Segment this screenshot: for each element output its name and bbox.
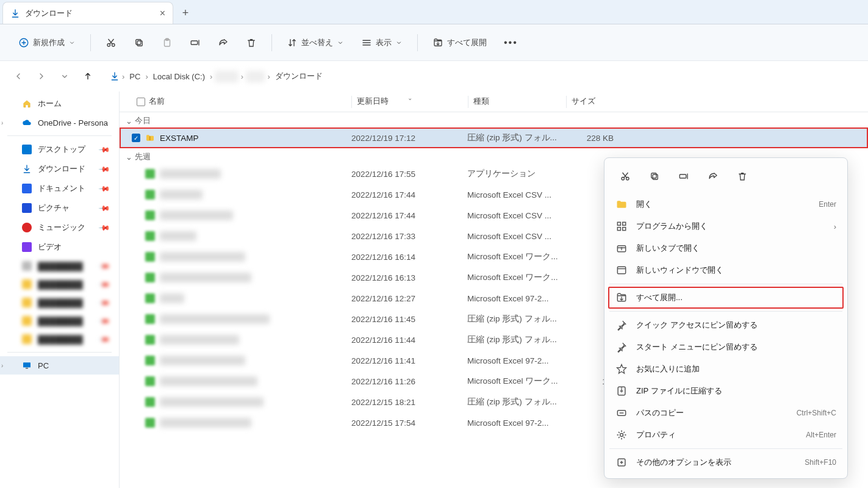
sidebar-item-redacted[interactable]: ████████📌 xyxy=(0,330,119,348)
pin-icon xyxy=(615,341,628,353)
sidebar-label: ドキュメント xyxy=(38,183,85,194)
sort-desc-icon: ⌄ xyxy=(407,95,412,101)
ctx-shortcut: Shift+F10 xyxy=(805,458,836,467)
sidebar-item-desktop[interactable]: デスクトップ📌 xyxy=(0,140,119,159)
col-size[interactable]: サイズ xyxy=(567,96,622,107)
file-row-selected[interactable]: ✓ EXSTAMP 2022/12/19 17:12 圧縮 (zip 形式) フ… xyxy=(120,127,868,148)
file-date: 2022/12/16 11:45 xyxy=(351,315,467,324)
col-date[interactable]: ⌄ 更新日時 xyxy=(352,96,468,107)
picture-icon xyxy=(22,203,32,213)
group-today[interactable]: ⌄今日 xyxy=(120,112,868,127)
ctx-open[interactable]: 開く Enter xyxy=(608,193,844,215)
file-date: 2022/12/16 16:13 xyxy=(351,273,467,282)
file-icon xyxy=(145,252,155,262)
file-date: 2022/12/16 11:41 xyxy=(351,356,467,365)
col-name[interactable]: 名前 xyxy=(132,96,351,107)
col-date-label: 更新日時 xyxy=(357,96,389,107)
pin-icon: 📌 xyxy=(98,163,111,176)
grid-icon xyxy=(615,220,628,232)
ctx-copy-path[interactable]: パスのコピー Ctrl+Shift+C xyxy=(608,402,844,424)
file-type: アプリケーション xyxy=(467,168,565,179)
sidebar-item-pc[interactable]: › PC xyxy=(0,356,119,375)
file-date: 2022/12/19 17:12 xyxy=(351,134,467,143)
file-icon xyxy=(145,418,155,428)
sidebar-item-downloads[interactable]: ダウンロード📌 xyxy=(0,159,119,179)
path-icon xyxy=(615,407,628,419)
ctx-pin-start[interactable]: スタート メニューにピン留めする xyxy=(608,336,844,358)
ctx-open-new-tab[interactable]: 新しいタブで開く xyxy=(608,237,844,259)
chevron-down-icon: ⌄ xyxy=(126,152,132,162)
pin-icon xyxy=(615,319,628,331)
sidebar-item-music[interactable]: ミュージック📌 xyxy=(0,218,119,237)
file-icon xyxy=(145,273,155,282)
file-date: 2022/12/16 17:44 xyxy=(351,211,467,220)
ctx-open-with[interactable]: プログラムから開く › xyxy=(608,215,844,237)
file-type: Microsoft Excel 97-2... xyxy=(467,294,565,303)
sidebar-item-documents[interactable]: ドキュメント📌 xyxy=(0,179,119,198)
file-type: Microsoft Excel CSV ... xyxy=(467,232,565,241)
file-type: 圧縮 (zip 形式) フォル... xyxy=(467,314,565,325)
ctx-properties[interactable]: プロパティ Alt+Enter xyxy=(608,424,844,446)
file-type: Microsoft Excel ワーク... xyxy=(467,251,565,262)
sidebar-item-pictures[interactable]: ピクチャ📌 xyxy=(0,198,119,218)
file-type: 圧縮 (zip 形式) フォル... xyxy=(467,334,565,345)
sidebar-item-redacted[interactable]: ████████📌 xyxy=(0,275,119,293)
file-name-redacted xyxy=(160,190,203,199)
file-icon xyxy=(145,190,155,199)
file-icon xyxy=(145,356,155,365)
context-menu-quick-actions xyxy=(608,163,844,193)
download-icon xyxy=(22,164,32,174)
ctx-copy-button[interactable] xyxy=(641,165,668,187)
properties-icon xyxy=(615,429,628,441)
sidebar-item-videos[interactable]: ビデオ xyxy=(0,237,119,257)
sidebar-item-redacted[interactable]: ████████📌 xyxy=(0,257,119,275)
file-date: 2022/12/15 18:21 xyxy=(351,398,467,407)
ctx-label: プログラムから開く xyxy=(636,221,708,232)
file-name-redacted xyxy=(160,397,264,407)
ctx-label: パスのコピー xyxy=(636,407,684,418)
pin-icon: 📌 xyxy=(98,221,111,234)
ctx-open-new-window[interactable]: 新しいウィンドウで開く xyxy=(608,259,844,281)
file-name-redacted xyxy=(160,273,251,282)
video-icon xyxy=(22,242,32,252)
chevron-right-icon: › xyxy=(1,120,3,126)
ctx-favorite[interactable]: お気に入りに追加 xyxy=(608,358,844,380)
sidebar-label: ミュージック xyxy=(38,222,85,233)
ctx-pin-quick-access[interactable]: クイック アクセスにピン留めする xyxy=(608,314,844,336)
ctx-rename-button[interactable] xyxy=(670,165,697,187)
col-type[interactable]: 種類 xyxy=(468,96,566,107)
ctx-share-button[interactable] xyxy=(700,165,726,187)
file-type: Microsoft Excel ワーク... xyxy=(467,272,565,283)
file-date: 2022/12/16 17:33 xyxy=(351,232,467,241)
select-all-checkbox[interactable] xyxy=(137,98,145,106)
sidebar-item-onedrive[interactable]: › OneDrive - Persona xyxy=(0,113,119,132)
file-size: 228 KB xyxy=(565,134,620,143)
file-icon xyxy=(145,210,155,220)
copy-icon xyxy=(649,171,660,182)
sidebar-item-redacted[interactable]: ████████📌 xyxy=(0,312,119,330)
rename-icon xyxy=(678,171,689,182)
ctx-more-options[interactable]: その他のオプションを表示 Shift+F10 xyxy=(608,451,844,473)
ctx-extract-all[interactable]: すべて展開... xyxy=(608,287,844,309)
chevron-right-icon: › xyxy=(1,362,3,369)
sidebar-item-redacted[interactable]: ████████📌 xyxy=(0,293,119,312)
ctx-label: 開く xyxy=(636,199,652,210)
file-type: Microsoft Excel ワーク... xyxy=(467,376,565,387)
file-name: EXSTAMP xyxy=(160,134,199,143)
sidebar-label: PC xyxy=(38,361,49,370)
home-icon xyxy=(22,99,32,109)
ctx-compress-zip[interactable]: ZIP ファイルに圧縮する xyxy=(608,380,844,402)
file-type: 圧縮 (zip 形式) フォル... xyxy=(467,396,565,407)
crumb-redacted[interactable] xyxy=(215,71,238,82)
ctx-delete-button[interactable] xyxy=(729,165,756,187)
pin-icon: 📌 xyxy=(98,182,111,195)
separator xyxy=(609,311,842,312)
file-icon xyxy=(145,231,155,241)
ctx-label: すべて展開... xyxy=(636,292,683,303)
crumb-redacted[interactable] xyxy=(246,71,265,82)
ctx-cut-button[interactable] xyxy=(612,165,639,187)
cut-icon xyxy=(620,171,631,182)
file-type: Microsoft Excel 97-2... xyxy=(467,418,565,428)
sidebar-item-home[interactable]: ホーム xyxy=(0,94,119,113)
row-checkbox[interactable]: ✓ xyxy=(132,134,140,142)
